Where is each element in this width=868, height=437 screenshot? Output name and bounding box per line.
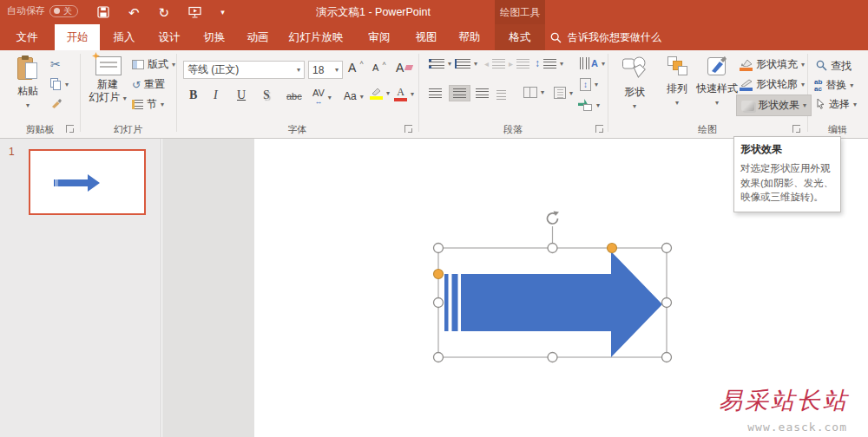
resize-handle-e[interactable] [662,298,672,308]
watermark-url: www.easck.com [747,421,847,434]
watermark-title: 易采站长站 [719,385,849,416]
adjust-handle-left[interactable] [434,270,444,279]
tooltip-title: 形状效果 [740,142,834,157]
resize-handle-sw[interactable] [434,353,444,362]
tooltip-body: 对选定形状应用外观效果(如阴影、发光、映像或三维旋转)。 [740,161,834,205]
resize-handle-n[interactable] [548,244,557,253]
adjust-handle-top[interactable] [608,244,617,253]
striped-right-arrow-shape[interactable] [444,251,662,357]
rotate-handle[interactable] [545,211,561,226]
resize-handle-s[interactable] [548,353,557,362]
resize-handle-se[interactable] [662,353,672,362]
powerpoint-window: 自动保存 关 ↶ ↻ ▾ 演示文稿1 - PowerPoint 绘图工具 文件 … [0,0,868,437]
resize-handle-ne[interactable] [662,244,672,253]
resize-handle-nw[interactable] [434,244,444,253]
shape-selection-layer [0,0,868,437]
resize-handle-w[interactable] [434,298,444,308]
shape-effects-tooltip: 形状效果 对选定形状应用外观效果(如阴影、发光、映像或三维旋转)。 [733,136,841,212]
